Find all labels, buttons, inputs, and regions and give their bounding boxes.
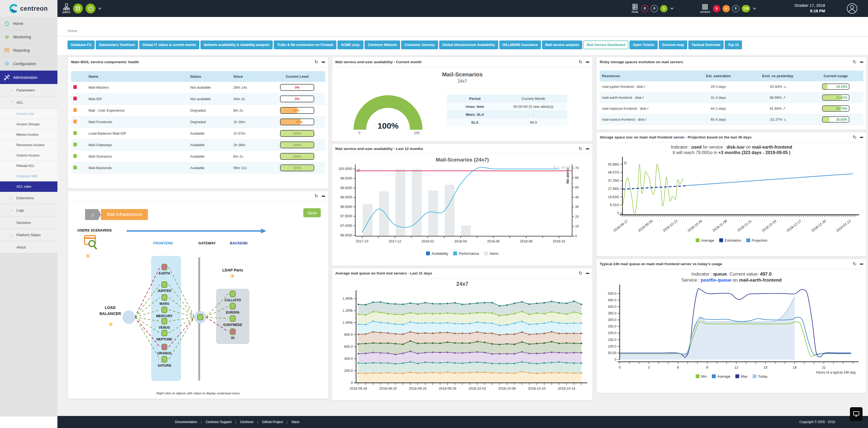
collapse-icon[interactable]	[860, 62, 863, 63]
sidebar-item-sessions[interactable]: Sessions	[0, 217, 57, 229]
tab-trafic-nb-connection-on-firewall[interactable]: Trafic & Nb connection on Firewall	[274, 40, 336, 49]
sidebar-item-actions-access[interactable]: Actions Access	[0, 150, 57, 161]
table-row[interactable]: mail-uranus-frontend - disk-/60.4 days-3…	[600, 114, 863, 125]
pollers-icon[interactable]: pollers	[62, 3, 70, 14]
sidebar-item-acl-rules[interactable]: ACL rules	[0, 181, 57, 192]
sidebar-item-configuration[interactable]: ⚙Configuration	[0, 57, 57, 70]
hosts-icon[interactable]: hosts	[632, 4, 638, 13]
footer-link-github-project[interactable]: Github Project	[262, 420, 283, 424]
collapse-icon[interactable]	[586, 273, 589, 274]
services-badge[interactable]: 5	[713, 5, 720, 12]
hosts-badge[interactable]: 5	[660, 5, 668, 12]
table-row[interactable]: mail-earth-frontend - disk-/31.4 days88.…	[600, 92, 863, 103]
tab-customer-journey[interactable]: Customer Journey	[401, 40, 438, 49]
collapse-icon[interactable]	[860, 137, 863, 138]
tab-datacenters-tem-hum[interactable]: Datacenters Tem/Hum	[96, 40, 138, 49]
tab-open-tickets[interactable]: Open Tickets	[629, 40, 657, 49]
table-row[interactable]: Mail-FrontendsDegraded1h 16m60%	[71, 116, 325, 128]
node-gateway[interactable]	[197, 314, 203, 320]
user-avatar-icon[interactable]	[846, 3, 858, 14]
node-saturn[interactable]	[161, 356, 167, 363]
tab-services-map[interactable]: Services map	[659, 40, 687, 49]
fullscreen-toggle-button[interactable]	[850, 407, 863, 421]
sidebar-item-home[interactable]: Home	[0, 17, 57, 30]
node-io[interactable]	[230, 329, 236, 335]
node-venus[interactable]	[161, 318, 167, 324]
save-button[interactable]: Save	[303, 208, 321, 217]
tab-hillmore-insurance[interactable]: HILLMORE Insurance	[499, 40, 541, 49]
hosts-badge[interactable]: 0	[651, 5, 658, 12]
node-uranus[interactable]	[161, 344, 167, 350]
tab-global-infrastructure-availability[interactable]: Global Infrastructure Availability	[439, 40, 498, 49]
tab-mail-service-dashboard[interactable]: Mail Service Dashboard	[583, 40, 628, 49]
refresh-icon[interactable]: ↻	[853, 60, 857, 64]
database-status-icon[interactable]	[73, 4, 83, 13]
sidebar-item-administration[interactable]: Administration	[0, 70, 57, 84]
refresh-icon[interactable]: ↻	[579, 60, 583, 64]
home-icon[interactable]: ⌂	[85, 209, 101, 220]
sidebar-item-access-list[interactable]: Access List	[0, 109, 57, 119]
tab-centreon-website[interactable]: Centreon Website	[365, 40, 400, 49]
tab-global-it-status-current-events[interactable]: Global IT status & current events	[139, 40, 199, 49]
footer-link-centreon[interactable]: Centreon	[240, 420, 253, 424]
table-row[interactable]: mail-jupiter-frontend - disk-/29.3 days-…	[600, 81, 863, 92]
table-row[interactable]: Mail-ScenariosAvailable8m 2s100%	[71, 151, 325, 162]
scenario-browser-icon[interactable]	[84, 235, 98, 251]
tab-top-10[interactable]: Top 10	[725, 40, 742, 49]
pollers-chevron-down-icon[interactable]	[98, 6, 101, 9]
table-row[interactable]: mail-neptune-frontend - disk-/44.2 days8…	[600, 103, 863, 114]
services-badge[interactable]: 4	[722, 5, 730, 12]
sidebar-item-about[interactable]: About	[0, 241, 57, 253]
table-row[interactable]: Mail - User ExperienceDegraded8m 2s50%	[71, 105, 325, 116]
refresh-icon[interactable]: ↻	[853, 135, 857, 140]
sidebar-item-parameters[interactable]: ›Parameters	[0, 84, 57, 96]
node-mercury[interactable]	[161, 307, 167, 313]
node-jupiter[interactable]	[161, 281, 167, 288]
footer-link-documentation[interactable]: Documentation	[175, 420, 197, 424]
breadcrumb[interactable]: Home	[67, 29, 77, 33]
refresh-icon[interactable]: ↻	[314, 60, 318, 64]
footer-link-slack[interactable]: Slack	[291, 420, 299, 424]
hosts-chevron-down-icon[interactable]	[670, 6, 673, 9]
sidebar-item-reporting[interactable]: Reporting	[0, 44, 57, 57]
collapse-icon[interactable]	[321, 62, 325, 63]
services-badge[interactable]: 118	[742, 5, 750, 12]
tab-acme-corp-[interactable]: ACME corp.	[338, 40, 364, 49]
centreon-logo[interactable]: centreon	[0, 0, 57, 17]
sidebar-item-access-groups[interactable]: Access Groups	[0, 119, 57, 130]
refresh-icon[interactable]: ↻	[314, 194, 318, 198]
sun-status-icon[interactable]: ☀	[108, 321, 114, 328]
collapse-icon[interactable]	[586, 62, 589, 63]
diagram-breadcrumb[interactable]: ⌂Mail Infrastructure	[85, 209, 148, 220]
sidebar-item-resources-access[interactable]: Resources Access	[0, 140, 57, 150]
sidebar-item-acl[interactable]: ›ACL	[0, 96, 57, 109]
sidebar-item-platform-status[interactable]: ›Platform Status	[0, 229, 57, 241]
collapse-icon[interactable]	[321, 196, 325, 197]
collapse-icon[interactable]	[586, 148, 589, 149]
refresh-icon[interactable]: ↻	[579, 146, 583, 151]
services-chevron-down-icon[interactable]	[753, 6, 756, 9]
sidebar-item-extensions[interactable]: ›Extensions	[0, 192, 57, 204]
sidebar-item-centreon-mbi[interactable]: Centreon MBI	[0, 171, 57, 181]
node-neptune[interactable]	[161, 330, 167, 336]
tab-mail-service-analysis[interactable]: Mail service analysis	[542, 40, 583, 49]
services-badge[interactable]: 0	[732, 5, 740, 12]
latency-status-icon[interactable]	[86, 4, 95, 13]
sun-status-icon[interactable]: ☀	[229, 273, 236, 280]
sidebar-item-menus-access[interactable]: Menus Access	[0, 130, 57, 140]
node-mars[interactable]	[161, 294, 167, 301]
tab-tactical-overview[interactable]: Tactical Overview	[688, 40, 723, 49]
sidebar-item-monitoring[interactable]: Monitoring	[0, 30, 57, 44]
node-ganymede[interactable]	[230, 315, 236, 322]
refresh-icon[interactable]: ↻	[853, 262, 857, 266]
node-earth[interactable]	[161, 264, 167, 270]
services-icon[interactable]: services	[700, 4, 710, 13]
table-row[interactable]: Mail-BackendsAvailable56m 11s100%	[71, 162, 325, 174]
table-row[interactable]: Mail-MastersNot available28m 14s0%	[71, 82, 325, 93]
table-row[interactable]: Mail-IDFNot available34m 2s0%	[71, 93, 325, 105]
tab-database-fs[interactable]: Database FS	[67, 40, 95, 49]
node-europa[interactable]	[230, 303, 236, 310]
tab-network-availability-reliability-analysis[interactable]: Network availability & reliability analy…	[200, 40, 273, 49]
footer-link-centreon-support[interactable]: Centreon Support	[206, 420, 231, 424]
collapse-icon[interactable]	[860, 263, 863, 265]
